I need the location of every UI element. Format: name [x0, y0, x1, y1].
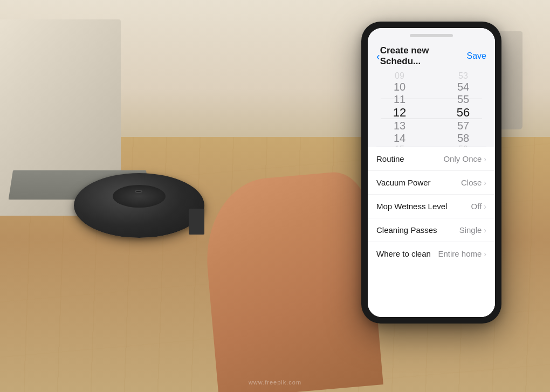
routine-label: Routine	[376, 154, 404, 163]
vacuum-power-value-text: Close	[461, 178, 482, 187]
phone: ‹ Create new Schedu... Save 09 10 11 12 …	[361, 22, 501, 324]
routine-value: Only Once ›	[443, 154, 486, 163]
chevron-icon: ›	[484, 178, 486, 187]
where-to-clean-label: Where to clean	[376, 249, 431, 258]
settings-list: Routine Only Once › Vacuum Power Close ›…	[368, 147, 495, 317]
robot-vacuum	[66, 164, 220, 251]
chevron-icon: ›	[484, 155, 486, 163]
routine-value-text: Only Once	[443, 154, 482, 163]
save-button[interactable]: Save	[467, 51, 486, 61]
hour-item[interactable]: 13	[368, 120, 431, 132]
hour-item[interactable]: 10	[368, 81, 431, 93]
minute-column[interactable]: 53 54 55 56 57 58 59	[431, 71, 495, 147]
cleaning-passes-value: Single ›	[459, 225, 486, 235]
minute-item[interactable]: 53	[431, 71, 495, 81]
vacuum-power-value: Close ›	[461, 178, 486, 187]
hour-item[interactable]: 15	[368, 145, 431, 147]
hour-item[interactable]: 11	[368, 93, 431, 106]
minute-item-selected[interactable]: 56	[431, 106, 495, 120]
hand-holding-phone	[200, 170, 383, 392]
minute-item[interactable]: 54	[431, 81, 495, 93]
mop-wetness-value: Off ›	[471, 202, 486, 211]
mop-wetness-row[interactable]: Mop Wetness Level Off ›	[368, 195, 495, 218]
mop-wetness-label: Mop Wetness Level	[376, 202, 447, 211]
routine-row[interactable]: Routine Only Once ›	[368, 147, 495, 171]
minute-item[interactable]: 57	[431, 120, 495, 132]
cleaning-passes-value-text: Single	[459, 225, 482, 235]
phone-screen: ‹ Create new Schedu... Save 09 10 11 12 …	[368, 28, 495, 317]
robot-sensor	[135, 190, 142, 193]
page-title: Create new Schedu...	[380, 45, 467, 67]
hour-column[interactable]: 09 10 11 12 13 14 15	[368, 71, 431, 147]
vacuum-power-label: Vacuum Power	[376, 178, 431, 187]
where-to-clean-row[interactable]: Where to clean Entire home ›	[368, 242, 495, 265]
robot-top	[113, 185, 165, 208]
mop-wetness-value-text: Off	[471, 202, 482, 211]
minute-item[interactable]: 55	[431, 93, 495, 106]
minute-item[interactable]: 58	[431, 132, 495, 145]
hour-item[interactable]: 09	[368, 71, 431, 81]
watermark: www.freepik.com	[249, 379, 301, 386]
chevron-icon: ›	[484, 250, 486, 258]
hour-item[interactable]: 14	[368, 132, 431, 145]
hour-item-selected[interactable]: 12	[368, 106, 431, 120]
robot-brush	[189, 209, 204, 235]
phone-notch	[368, 28, 495, 43]
back-button[interactable]: ‹	[376, 50, 380, 63]
robot-body	[74, 173, 205, 238]
time-picker[interactable]: 09 10 11 12 13 14 15 53 54 55 56 57 58 5…	[368, 71, 495, 147]
notch-indicator	[410, 34, 453, 37]
cleaning-passes-label: Cleaning Passes	[376, 225, 437, 235]
chevron-icon: ›	[484, 226, 486, 235]
vacuum-power-row[interactable]: Vacuum Power Close ›	[368, 171, 495, 195]
cleaning-passes-row[interactable]: Cleaning Passes Single ›	[368, 218, 495, 242]
app-header: ‹ Create new Schedu... Save	[368, 43, 495, 71]
where-to-clean-value: Entire home ›	[438, 249, 486, 258]
minute-item[interactable]: 59	[431, 145, 495, 147]
where-to-clean-value-text: Entire home	[438, 249, 482, 258]
chevron-icon: ›	[484, 202, 486, 211]
background: ‹ Create new Schedu... Save 09 10 11 12 …	[0, 0, 550, 392]
